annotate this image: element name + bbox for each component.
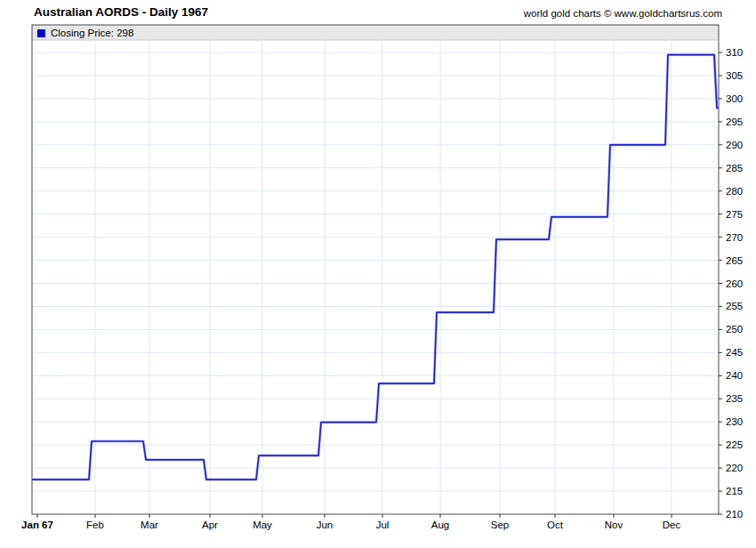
y-axis-labels: 2102152202252302352402452502552602652702…	[719, 47, 743, 520]
svg-text:250: 250	[726, 324, 743, 334]
price-line	[32, 55, 719, 480]
svg-text:220: 220	[726, 463, 743, 473]
svg-text:Jun: Jun	[317, 520, 334, 530]
svg-text:245: 245	[726, 347, 743, 358]
svg-text:Dec: Dec	[663, 520, 681, 530]
svg-text:Jul: Jul	[376, 520, 390, 530]
svg-text:215: 215	[726, 486, 743, 496]
svg-text:Mar: Mar	[141, 520, 158, 530]
svg-text:May: May	[253, 520, 272, 530]
svg-text:Nov: Nov	[605, 520, 623, 530]
svg-text:260: 260	[726, 278, 743, 289]
chart-window: Australian AORDS - Daily 1967 world gold…	[0, 0, 756, 548]
x-axis-labels: Jan 67FebMarAprMayJunJulAugSepOctNovDec	[21, 514, 680, 530]
svg-text:290: 290	[726, 140, 743, 150]
svg-text:310: 310	[726, 47, 743, 58]
svg-text:Apr: Apr	[202, 520, 218, 530]
svg-text:Jan 67: Jan 67	[21, 520, 53, 530]
svg-text:265: 265	[726, 255, 743, 266]
legend-strip	[32, 25, 719, 40]
svg-text:280: 280	[726, 186, 743, 197]
svg-text:230: 230	[726, 416, 743, 427]
legend-label: Closing Price: 298	[51, 28, 133, 38]
legend: Closing Price: 298	[37, 28, 133, 38]
svg-text:225: 225	[726, 439, 743, 450]
svg-text:Aug: Aug	[431, 520, 449, 530]
svg-text:Sep: Sep	[491, 520, 509, 530]
price-step-chart: 2102152202252302352402452502552602652702…	[0, 0, 756, 548]
svg-text:240: 240	[726, 370, 743, 381]
svg-text:300: 300	[726, 93, 743, 104]
svg-text:285: 285	[726, 163, 743, 173]
svg-text:275: 275	[726, 209, 743, 220]
svg-text:305: 305	[726, 70, 743, 81]
svg-text:Feb: Feb	[86, 520, 104, 530]
svg-text:Oct: Oct	[547, 520, 564, 530]
svg-text:295: 295	[726, 117, 743, 127]
svg-text:235: 235	[726, 393, 743, 404]
legend-marker-icon	[37, 29, 45, 37]
svg-text:270: 270	[726, 232, 743, 243]
svg-text:210: 210	[726, 509, 743, 520]
svg-text:255: 255	[726, 301, 743, 311]
